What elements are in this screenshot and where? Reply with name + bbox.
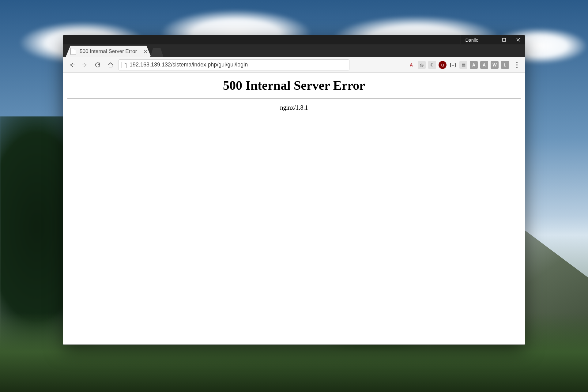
server-signature: nginx/1.8.1 [66, 104, 522, 111]
letter-l-icon[interactable]: L [501, 61, 509, 69]
crescent-icon[interactable]: ☾ [428, 61, 436, 69]
kebab-dot-icon [516, 62, 518, 63]
profile-chip[interactable]: Danilo [461, 35, 483, 44]
browser-menu-button[interactable] [513, 62, 521, 68]
kebab-dot-icon [516, 64, 518, 66]
reload-button[interactable] [92, 60, 103, 70]
new-tab-button[interactable] [150, 48, 164, 57]
page-viewport: 500 Internal Server Error nginx/1.8.1 [63, 73, 525, 345]
window-maximize-button[interactable] [497, 35, 511, 44]
url-text: 192.168.139.132/sistema/index.php/gui/gu… [130, 62, 248, 68]
profile-name: Danilo [465, 37, 478, 43]
maximize-icon [502, 38, 506, 42]
error-page: 500 Internal Server Error nginx/1.8.1 [63, 73, 525, 114]
letter-a2-icon[interactable]: A [480, 61, 488, 69]
back-button[interactable] [67, 60, 77, 70]
reload-icon [95, 62, 101, 68]
home-button[interactable] [105, 60, 116, 70]
tab-close-button[interactable] [143, 49, 148, 54]
svg-rect-0 [503, 38, 506, 41]
browser-tab[interactable]: 500 Internal Server Error [66, 46, 151, 57]
error-heading: 500 Internal Server Error [66, 78, 522, 93]
extension-icons: A◎☾u{=}▤AAWL [407, 61, 510, 69]
minimize-icon [488, 38, 492, 42]
brave-shield-icon[interactable]: ◎ [418, 61, 426, 69]
window-titlebar: Danilo [63, 35, 525, 44]
tab-strip: 500 Internal Server Error [63, 44, 525, 57]
file-icon [122, 62, 126, 68]
letter-w-icon[interactable]: W [491, 61, 499, 69]
tab-title: 500 Internal Server Error [80, 48, 137, 55]
close-icon [144, 50, 147, 53]
address-bar[interactable]: 192.168.139.132/sistema/index.php/gui/gu… [118, 59, 349, 70]
box-icon[interactable]: ▤ [459, 61, 467, 69]
letter-a-icon[interactable]: A [470, 61, 478, 69]
angular-devtools-icon[interactable]: A [407, 61, 415, 69]
brackets-icon[interactable]: {=} [449, 61, 457, 69]
home-icon [107, 62, 114, 68]
close-icon [516, 38, 520, 42]
ublock-icon[interactable]: u [439, 61, 447, 69]
window-minimize-button[interactable] [483, 35, 497, 44]
kebab-dot-icon [516, 67, 518, 68]
arrow-left-icon [69, 62, 75, 68]
arrow-right-icon [82, 62, 88, 68]
browser-window: Danilo 500 Internal Server Error [63, 35, 525, 345]
forward-button[interactable] [80, 60, 90, 70]
browser-toolbar: 192.168.139.132/sistema/index.php/gui/gu… [63, 57, 525, 73]
divider [67, 98, 521, 99]
window-close-button[interactable] [511, 35, 525, 44]
file-icon [70, 48, 76, 55]
